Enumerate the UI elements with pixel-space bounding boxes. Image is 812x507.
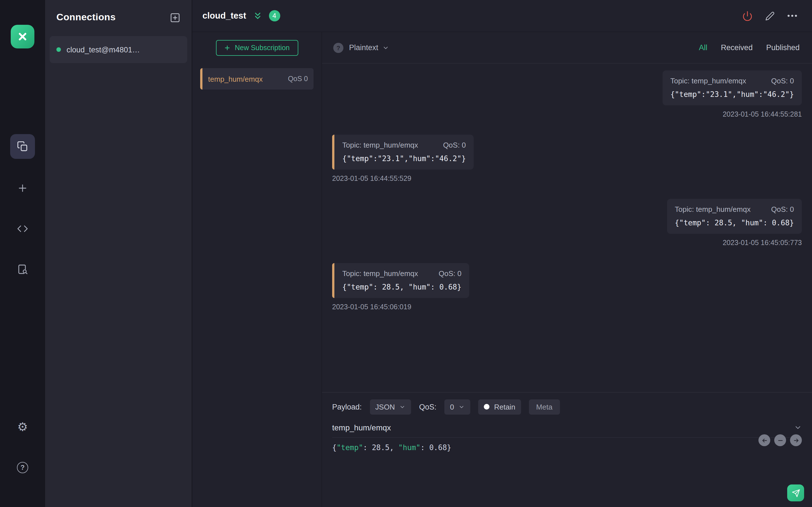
- message-topic: Topic: temp_hum/emqx: [342, 140, 418, 151]
- app-navbar: ⚙ ?: [0, 0, 45, 507]
- json-key: "temp": [337, 443, 363, 452]
- nav-connections-button[interactable]: [10, 134, 35, 159]
- edit-connection-button[interactable]: [765, 11, 775, 20]
- message-meta: Topic: temp_hum/emqx QoS: 0: [342, 269, 462, 279]
- message-filters: All Received Published: [699, 43, 800, 52]
- unread-count-badge: 4: [269, 10, 280, 21]
- retain-toggle[interactable]: Retain: [478, 399, 521, 414]
- history-clear-button[interactable]: [774, 434, 786, 446]
- payload-label: Payload:: [332, 402, 362, 411]
- double-chevron-down-icon[interactable]: [253, 11, 262, 20]
- subscriptions-panel: New Subscription temp_hum/emqx QoS 0: [192, 32, 322, 507]
- message-received[interactable]: Topic: temp_hum/emqx QoS: 0 {"temp": 28.…: [332, 263, 469, 312]
- new-subscription-label: New Subscription: [235, 44, 290, 52]
- minus-icon: [777, 437, 783, 444]
- plus-icon: [224, 45, 231, 51]
- arrow-right-icon: [793, 437, 799, 444]
- filter-received[interactable]: Received: [721, 43, 753, 52]
- meta-button[interactable]: Meta: [529, 399, 560, 414]
- collapse-editor-button[interactable]: [794, 424, 802, 432]
- add-connection-button[interactable]: [170, 12, 181, 23]
- message-timestamp: 2023-01-05 16:45:05:773: [723, 238, 802, 247]
- message-bubble: Topic: temp_hum/emqx QoS: 0 {"temp":"23.…: [332, 135, 474, 170]
- message-received[interactable]: Topic: temp_hum/emqx QoS: 0 {"temp":"23.…: [332, 135, 474, 183]
- chevron-down-icon: [399, 404, 405, 410]
- message-qos: QoS: 0: [439, 269, 462, 279]
- json-token: :: [363, 443, 372, 452]
- message-meta: Topic: temp_hum/emqx QoS: 0: [670, 76, 794, 86]
- topbar-left: cloud_test 4: [202, 10, 280, 21]
- retain-label: Retain: [494, 402, 515, 411]
- json-token: :: [420, 443, 429, 452]
- connection-list-item[interactable]: cloud_test@m4801…: [50, 36, 187, 63]
- qos-select[interactable]: 0: [444, 399, 470, 414]
- plus-icon: [17, 182, 28, 194]
- message-meta: Topic: temp_hum/emqx QoS: 0: [342, 140, 466, 151]
- message-payload: {"temp":"23.1","hum":"46.2"}: [670, 90, 794, 100]
- message-bubble: Topic: temp_hum/emqx QoS: 0 {"temp": 28.…: [332, 263, 469, 298]
- chevron-down-icon: [382, 44, 389, 51]
- nav-settings-button[interactable]: ⚙: [10, 414, 35, 439]
- disconnect-button[interactable]: [742, 10, 753, 21]
- nav-new-connection-button[interactable]: [10, 176, 35, 201]
- connected-status-dot: [56, 47, 61, 52]
- chevron-down-icon: [458, 404, 465, 410]
- message-format-select[interactable]: Plaintext: [349, 43, 389, 52]
- message-meta: Topic: temp_hum/emqx QoS: 0: [675, 205, 794, 215]
- connection-title: cloud_test: [202, 11, 246, 21]
- json-value: 0.68: [429, 443, 447, 452]
- history-prev-button[interactable]: [758, 434, 770, 446]
- publish-panel: Payload: JSON QoS: 0: [322, 392, 812, 507]
- json-token: }: [447, 443, 451, 452]
- payload-history-nav: [758, 434, 802, 446]
- message-published[interactable]: Topic: temp_hum/emqx QoS: 0 {"temp":"23.…: [663, 70, 802, 119]
- connections-title: Connections: [56, 12, 116, 23]
- message-list: Topic: temp_hum/emqx QoS: 0 {"temp":"23.…: [322, 64, 812, 392]
- chevron-down-icon: [794, 424, 802, 432]
- qos-label: QoS:: [419, 402, 437, 411]
- message-qos: QoS: 0: [771, 205, 794, 215]
- send-icon: [792, 489, 800, 497]
- message-format-value: Plaintext: [349, 43, 378, 52]
- json-token: ,: [390, 443, 398, 452]
- connections-header: Connections: [45, 0, 192, 35]
- subscription-item[interactable]: temp_hum/emqx QoS 0: [200, 68, 313, 90]
- connection-name: cloud_test@m4801…: [66, 45, 140, 54]
- message-bubble: Topic: temp_hum/emqx QoS: 0 {"temp": 28.…: [667, 199, 802, 234]
- message-payload: {"temp":"23.1","hum":"46.2"}: [342, 154, 466, 164]
- payload-help-icon[interactable]: ?: [333, 43, 343, 53]
- new-subscription-button[interactable]: New Subscription: [216, 40, 298, 56]
- more-options-button[interactable]: [787, 14, 797, 17]
- message-published[interactable]: Topic: temp_hum/emqx QoS: 0 {"temp": 28.…: [667, 199, 802, 247]
- publish-payload-editor[interactable]: {"temp": 28.5, "hum": 0.68}: [332, 443, 802, 452]
- pencil-icon: [765, 11, 775, 20]
- code-icon: [17, 223, 28, 234]
- filter-published[interactable]: Published: [766, 43, 800, 52]
- send-message-button[interactable]: [787, 485, 804, 501]
- nav-log-button[interactable]: [10, 257, 35, 282]
- nav-help-button[interactable]: ?: [10, 455, 35, 480]
- message-topic: Topic: temp_hum/emqx: [675, 205, 751, 215]
- log-search-icon: [17, 264, 28, 275]
- filter-all[interactable]: All: [699, 43, 707, 52]
- topbar-actions: [742, 10, 797, 21]
- nav-script-button[interactable]: [10, 216, 35, 241]
- publish-topic-input[interactable]: temp_hum/emqx: [332, 423, 391, 432]
- connections-panel: Connections cloud_test@m4801…: [45, 0, 192, 507]
- retain-radio-dot: [484, 404, 490, 409]
- subscription-qos: QoS 0: [288, 75, 308, 83]
- payload-format-value: JSON: [375, 402, 395, 411]
- message-topic: Topic: temp_hum/emqx: [342, 269, 418, 279]
- message-timestamp: 2023-01-05 16:44:55:281: [723, 110, 802, 119]
- message-payload: {"temp": 28.5, "hum": 0.68}: [342, 282, 462, 292]
- main-area: cloud_test 4: [192, 0, 812, 507]
- payload-format-select[interactable]: JSON: [370, 399, 411, 414]
- subscription-topic: temp_hum/emqx: [208, 75, 263, 83]
- json-key: "hum": [398, 443, 420, 452]
- arrow-left-icon: [761, 437, 768, 444]
- message-payload: {"temp": 28.5, "hum": 0.68}: [675, 218, 794, 228]
- qos-value: 0: [450, 402, 454, 411]
- history-next-button[interactable]: [790, 434, 802, 446]
- messages-panel: ? Plaintext All Received Published: [322, 32, 812, 507]
- message-timestamp: 2023-01-05 16:44:55:529: [332, 174, 411, 183]
